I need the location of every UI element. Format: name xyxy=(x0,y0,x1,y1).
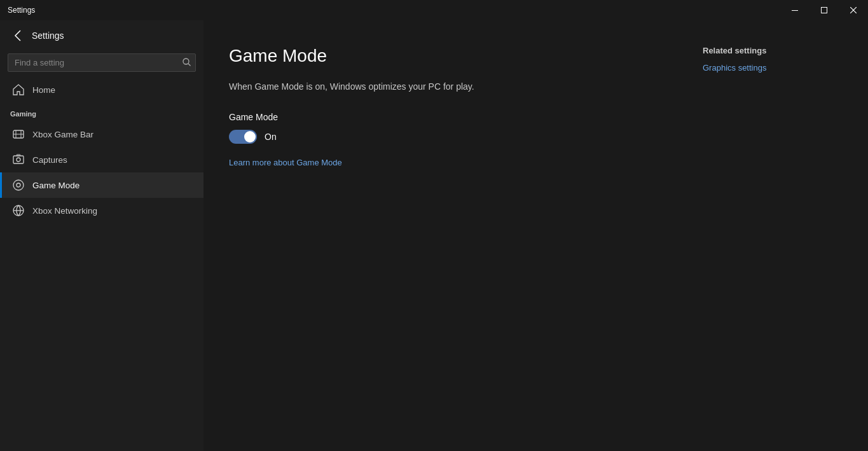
game-mode-toggle[interactable] xyxy=(229,130,257,144)
svg-rect-0 xyxy=(792,10,798,11)
sidebar-item-captures[interactable]: Captures xyxy=(0,147,203,172)
game-mode-icon xyxy=(12,179,25,191)
svg-rect-12 xyxy=(17,155,20,156)
search-icon xyxy=(183,58,191,68)
sidebar: Settings Home Gaming Xbox Game Bar xyxy=(0,20,203,451)
description: When Game Mode is on, Windows optimizes … xyxy=(229,81,830,92)
sidebar-app-title: Settings xyxy=(32,31,64,41)
maximize-button[interactable] xyxy=(809,0,839,20)
sidebar-item-label-xbox-game-bar: Xbox Game Bar xyxy=(32,130,93,139)
back-button[interactable] xyxy=(10,28,25,43)
sidebar-item-label-xbox-networking: Xbox Networking xyxy=(32,206,97,216)
sidebar-header: Settings xyxy=(0,20,203,51)
game-mode-toggle-row: On xyxy=(229,130,830,144)
home-icon xyxy=(12,83,25,96)
svg-point-4 xyxy=(183,59,189,64)
app-body: Settings Home Gaming Xbox Game Bar xyxy=(0,20,868,451)
svg-point-13 xyxy=(13,180,24,190)
svg-line-5 xyxy=(188,64,191,66)
svg-point-11 xyxy=(17,158,20,162)
learn-more-link[interactable]: Learn more about Game Mode xyxy=(229,158,342,167)
xbox-game-bar-icon xyxy=(12,128,25,141)
xbox-networking-icon xyxy=(12,204,25,217)
related-settings-title: Related settings xyxy=(703,46,830,55)
toggle-thumb xyxy=(244,131,256,142)
svg-rect-10 xyxy=(13,156,24,163)
game-mode-setting-label: Game Mode xyxy=(229,112,830,122)
title-bar-left: Settings xyxy=(8,6,35,15)
search-box xyxy=(8,53,196,72)
sidebar-item-xbox-game-bar[interactable]: Xbox Game Bar xyxy=(0,121,203,147)
sidebar-item-label-game-mode: Game Mode xyxy=(32,181,79,190)
minimize-button[interactable] xyxy=(780,0,809,20)
close-button[interactable] xyxy=(839,0,868,20)
related-settings: Related settings Graphics settings xyxy=(703,46,830,73)
sidebar-item-home[interactable]: Home xyxy=(0,77,203,102)
title-bar-title: Settings xyxy=(8,6,35,15)
svg-rect-1 xyxy=(822,8,827,13)
graphics-settings-link[interactable]: Graphics settings xyxy=(703,63,766,73)
svg-point-14 xyxy=(17,183,20,187)
sidebar-item-label-captures: Captures xyxy=(32,155,67,165)
title-bar: Settings xyxy=(0,0,868,20)
search-input[interactable] xyxy=(8,53,196,72)
main-content: Game Mode When Game Mode is on, Windows … xyxy=(203,20,868,451)
title-bar-controls xyxy=(780,0,868,20)
toggle-state-label: On xyxy=(265,132,277,142)
sidebar-item-xbox-networking[interactable]: Xbox Networking xyxy=(0,198,203,223)
sidebar-item-game-mode[interactable]: Game Mode xyxy=(0,172,203,198)
sidebar-section-gaming: Gaming xyxy=(0,102,203,121)
captures-icon xyxy=(12,153,25,166)
sidebar-item-label-home: Home xyxy=(32,85,55,95)
